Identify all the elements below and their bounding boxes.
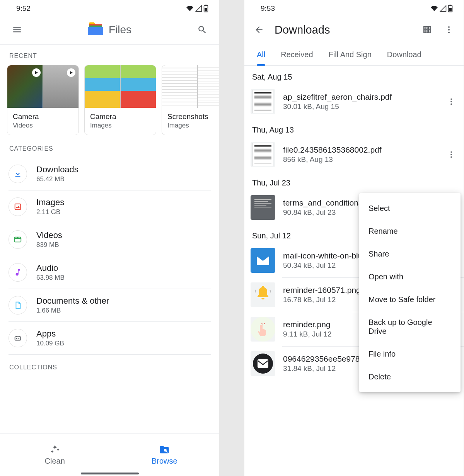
category-title: Videos xyxy=(36,230,62,240)
svg-point-20 xyxy=(450,101,452,102)
file-meta: 30.01 kB, Aug 15 xyxy=(283,102,436,111)
status-icons xyxy=(186,5,208,12)
app-title: Files xyxy=(109,24,131,36)
menu-item-back-up-to-google-drive[interactable]: Back up to Google Drive xyxy=(359,311,461,343)
category-size: 65.42 MB xyxy=(36,175,78,183)
battery-icon xyxy=(203,5,208,12)
date-header: Thu, Aug 13 xyxy=(244,119,464,138)
nav-clean-label: Clean xyxy=(45,457,65,466)
svg-point-7 xyxy=(18,338,19,339)
arrow-back-icon xyxy=(254,25,264,35)
recent-card[interactable]: Screenshots Images xyxy=(162,65,219,135)
files-logo-icon xyxy=(88,22,103,37)
category-download[interactable]: Downloads 65.42 MB xyxy=(9,158,211,190)
menu-item-move-to-safe-folder[interactable]: Move to Safe folder xyxy=(359,288,461,311)
file-row[interactable]: file0.243586135368002.pdf 856 kB, Aug 13 xyxy=(244,138,464,172)
page-title: Downloads xyxy=(271,24,415,36)
more-vert-icon xyxy=(447,150,455,159)
file-thumbnail xyxy=(251,195,275,220)
menu-item-share[interactable]: Share xyxy=(359,243,461,265)
category-size: 1.66 MB xyxy=(36,307,109,314)
menu-item-file-info[interactable]: File info xyxy=(359,343,461,366)
category-title: Downloads xyxy=(36,165,78,175)
status-time: 9:52 xyxy=(16,4,31,13)
categories-section-label: CATEGORIES xyxy=(0,138,219,158)
recent-card-title: Screenshots xyxy=(167,112,219,121)
signal-icon xyxy=(439,5,447,12)
svg-rect-11 xyxy=(449,8,452,12)
svg-point-23 xyxy=(450,154,452,155)
menu-item-delete[interactable]: Delete xyxy=(359,366,461,388)
recent-card[interactable]: Camera Videos xyxy=(7,65,79,135)
svg-point-16 xyxy=(448,26,450,28)
recent-card-title: Camera xyxy=(90,112,150,121)
recent-section-label: RECENT xyxy=(0,45,219,65)
svg-rect-38 xyxy=(258,359,268,368)
view-grid-button[interactable] xyxy=(418,20,437,39)
file-row[interactable]: ap_sizefitref_aeron_chairs.pdf 30.01 kB,… xyxy=(244,85,464,119)
svg-point-6 xyxy=(16,338,17,339)
category-image[interactable]: Images 2.11 GB xyxy=(9,190,211,223)
file-thumbnail xyxy=(251,282,275,307)
file-name: ap_sizefitref_aeron_chairs.pdf xyxy=(283,92,436,102)
hamburger-menu-button[interactable] xyxy=(8,20,26,39)
clean-icon xyxy=(49,444,60,455)
file-more-button[interactable] xyxy=(444,147,459,162)
download-icon xyxy=(9,165,27,183)
bottom-nav: Clean Browse xyxy=(0,434,219,476)
recent-card-sub: Images xyxy=(167,122,219,129)
back-button[interactable] xyxy=(250,20,268,39)
file-thumbnail xyxy=(251,89,275,114)
audio-icon xyxy=(9,263,27,282)
tab-received[interactable]: Received xyxy=(273,45,321,65)
app-bar: Files xyxy=(0,15,219,45)
hamburger-icon xyxy=(12,25,22,35)
status-bar: 9:52 xyxy=(0,0,219,15)
more-vert-icon xyxy=(444,25,454,34)
svg-rect-3 xyxy=(15,204,21,210)
menu-item-select[interactable]: Select xyxy=(359,197,461,220)
battery-icon xyxy=(448,5,453,12)
category-title: Documents & other xyxy=(36,296,109,306)
svg-point-31 xyxy=(262,286,264,288)
menu-item-rename[interactable]: Rename xyxy=(359,220,461,243)
file-thumbnail xyxy=(251,142,275,167)
file-meta: 856 kB, Aug 13 xyxy=(283,155,436,164)
category-size: 63.98 MB xyxy=(36,274,65,282)
date-header: Thu, Jul 23 xyxy=(244,172,464,190)
nav-handle[interactable] xyxy=(81,473,139,474)
wifi-icon xyxy=(430,5,438,12)
recent-card[interactable]: Camera Images xyxy=(84,65,156,135)
category-apps[interactable]: Apps 10.09 GB xyxy=(9,322,211,355)
file-thumbnail xyxy=(251,248,275,273)
tab-all[interactable]: All xyxy=(249,45,273,65)
play-icon xyxy=(34,71,38,75)
recent-cards: Camera Videos Camera Images Screenshots … xyxy=(0,65,219,138)
nav-browse[interactable]: Browse xyxy=(110,434,220,476)
svg-point-21 xyxy=(450,104,452,105)
grid-icon xyxy=(423,25,432,34)
category-audio[interactable]: Audio 63.98 MB xyxy=(9,256,211,289)
recent-card-sub: Images xyxy=(90,122,150,129)
category-title: Audio xyxy=(36,263,65,273)
svg-point-18 xyxy=(448,32,450,33)
recent-card-title: Camera xyxy=(13,112,73,121)
image-icon xyxy=(9,197,27,216)
file-more-button[interactable] xyxy=(444,94,459,109)
tab-fill-and-sign[interactable]: Fill And Sign xyxy=(321,45,379,65)
tab-download[interactable]: Download xyxy=(379,45,429,65)
nav-browse-label: Browse xyxy=(152,457,177,466)
menu-item-open-with[interactable]: Open with xyxy=(359,265,461,288)
category-doc[interactable]: Documents & other 1.66 MB xyxy=(9,289,211,322)
apps-icon xyxy=(9,329,27,347)
search-button[interactable] xyxy=(193,20,212,39)
signal-icon xyxy=(195,5,203,12)
svg-point-19 xyxy=(450,99,452,100)
context-menu: SelectRenameShareOpen withMove to Safe f… xyxy=(359,193,461,392)
overflow-menu-button[interactable] xyxy=(440,20,458,39)
date-header: Sat, Aug 15 xyxy=(244,66,464,85)
category-video[interactable]: Videos 839 MB xyxy=(9,223,211,256)
search-icon xyxy=(197,25,207,35)
category-title: Images xyxy=(36,197,64,207)
nav-clean[interactable]: Clean xyxy=(0,434,110,476)
